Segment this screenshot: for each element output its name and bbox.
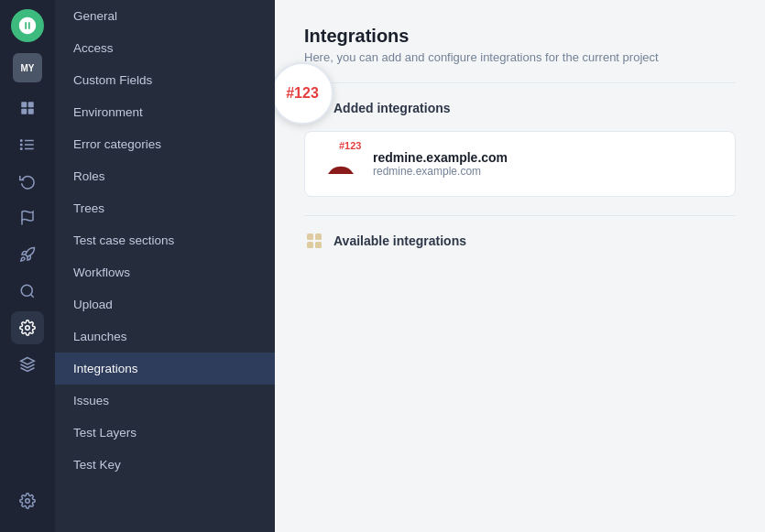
dashboard-icon[interactable] — [11, 92, 44, 125]
svg-point-9 — [21, 148, 23, 150]
added-integrations-title: Added integrations — [333, 101, 451, 115]
sidebar-item-integrations[interactable]: Integrations — [55, 353, 275, 385]
svg-point-20 — [335, 152, 346, 163]
sidebar: General Access Custom Fields Environment… — [55, 0, 275, 532]
integration-info: redmine.example.com redmine.example.com — [373, 150, 508, 178]
integration-url: redmine.example.com — [373, 165, 508, 178]
available-integrations-header: Available integrations — [304, 231, 736, 251]
divider-top — [304, 82, 736, 83]
sidebar-item-environment[interactable]: Environment — [55, 96, 275, 128]
sidebar-item-custom-fields[interactable]: Custom Fields — [55, 64, 275, 96]
svg-point-15 — [26, 499, 30, 504]
redmine-integration-card[interactable]: #123 redmine.example.com redmine.example… — [304, 131, 736, 197]
divider-middle — [304, 215, 736, 216]
settings-icon[interactable] — [11, 311, 44, 344]
sidebar-item-error-categories[interactable]: Error categories — [55, 128, 275, 160]
page-title: Integrations — [304, 26, 736, 47]
svg-rect-2 — [21, 109, 27, 114]
sidebar-item-upload[interactable]: Upload — [55, 288, 275, 320]
svg-rect-3 — [28, 109, 34, 114]
icon-bar: MY — [0, 0, 55, 532]
sidebar-item-access[interactable]: Access — [55, 32, 275, 64]
sidebar-item-issues[interactable]: Issues — [55, 385, 275, 417]
flag-icon[interactable] — [11, 201, 44, 234]
integration-name: redmine.example.com — [373, 150, 508, 165]
added-integrations-header: Added integrations — [304, 98, 736, 118]
svg-point-13 — [26, 326, 30, 331]
sidebar-item-roles[interactable]: Roles — [55, 160, 275, 192]
svg-rect-24 — [315, 242, 322, 248]
svg-rect-21 — [307, 233, 313, 240]
svg-line-12 — [30, 294, 33, 297]
main-content: #123 Integrations Here, you can add and … — [275, 0, 765, 532]
rocket-icon[interactable] — [11, 238, 44, 271]
page-subtitle: Here, you can add and configure integrat… — [304, 50, 736, 64]
sidebar-item-workflows[interactable]: Workflows — [55, 256, 275, 288]
svg-rect-23 — [307, 242, 313, 248]
sidebar-item-test-key[interactable]: Test Key — [55, 449, 275, 481]
svg-point-11 — [21, 285, 32, 296]
svg-marker-14 — [21, 358, 35, 365]
sidebar-item-launches[interactable]: Launches — [55, 320, 275, 353]
sidebar-item-trees[interactable]: Trees — [55, 192, 275, 224]
svg-rect-22 — [315, 233, 322, 240]
list-icon[interactable] — [11, 128, 44, 161]
layers-icon[interactable] — [11, 348, 44, 381]
card-annotation-label: #123 — [336, 139, 364, 152]
available-integrations-title: Available integrations — [333, 233, 466, 248]
gear-bottom-icon[interactable] — [11, 484, 44, 517]
svg-rect-0 — [21, 102, 27, 107]
search-icon[interactable] — [11, 275, 44, 308]
svg-point-7 — [21, 140, 23, 142]
svg-point-8 — [21, 144, 23, 146]
app-logo[interactable] — [11, 9, 44, 42]
svg-rect-1 — [28, 102, 34, 107]
available-integrations-icon — [304, 231, 324, 251]
sidebar-item-test-layers[interactable]: Test Layers — [55, 417, 275, 449]
sidebar-item-general[interactable]: General — [55, 0, 275, 32]
user-avatar[interactable]: MY — [13, 53, 42, 82]
refresh-icon[interactable] — [11, 165, 44, 198]
sidebar-item-test-case-sections[interactable]: Test case sections — [55, 224, 275, 256]
